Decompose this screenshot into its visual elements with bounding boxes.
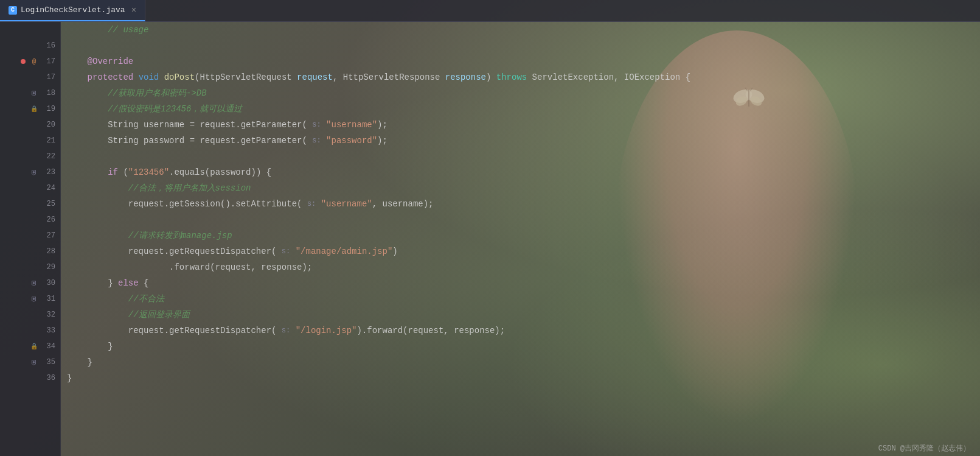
line-num-35: 35	[41, 358, 55, 367]
code-fn-dopost: doPost	[164, 72, 195, 82]
line-num-32: 32	[41, 310, 55, 319]
gutter-line-17b: 17	[0, 69, 60, 85]
line-num-23: 23	[41, 168, 55, 177]
line-num-22: 22	[41, 152, 55, 161]
gutter-line-31: ⛨ 31	[0, 291, 60, 307]
line-num-17a: 17	[41, 57, 55, 66]
marker-lock-34: 🔒	[30, 342, 38, 351]
line-num-17b: 17	[41, 73, 55, 82]
code-line-17-override: @Override	[67, 54, 980, 69]
code-comment-24: //合法，将用户名加入session	[67, 183, 251, 194]
gutter-line-32: 32	[0, 307, 60, 323]
code-label-s-28: s:	[282, 247, 290, 256]
code-editor-content[interactable]: // usage @Override protected void doPost…	[61, 22, 980, 456]
gutter-line-29: 29	[0, 259, 60, 275]
marker-empty-16	[19, 41, 27, 50]
gutter-line-26: 26	[0, 212, 60, 228]
code-line-top: // usage	[67, 22, 980, 38]
line-num-19: 19	[41, 105, 55, 113]
line-num-25: 25	[41, 200, 55, 208]
code-line-26	[67, 212, 980, 228]
marker-shield-31: ⛨	[30, 295, 38, 303]
gutter-line-25: 25	[0, 196, 60, 212]
code-label-s-33: s:	[282, 326, 290, 335]
line-num-16: 16	[41, 41, 55, 50]
code-comment-31: //不合法	[67, 293, 164, 304]
code-str-password: "password"	[326, 136, 377, 146]
code-line-28: request.getRequestDispatcher( s: "/manag…	[67, 244, 980, 259]
code-comment-usage: // usage	[67, 25, 148, 35]
line-number-gutter: 16 @ 17 17 ⛨	[0, 22, 61, 456]
code-line-35: }	[67, 354, 980, 370]
line-num-24: 24	[41, 184, 55, 192]
gutter-line-top	[0, 22, 60, 38]
code-line-20: String username = request.getParameter( …	[67, 117, 980, 133]
code-kw-void: void	[139, 72, 159, 82]
line-num-21: 21	[41, 136, 55, 145]
code-line-33: request.getRequestDispatcher( s: "/login…	[67, 323, 980, 338]
code-str-123456: "123456"	[128, 167, 169, 177]
marker-shield-35: ⛨	[30, 358, 38, 367]
gutter-line-30: ⛨ 30	[0, 275, 60, 291]
line-num-18: 18	[41, 89, 55, 97]
editor: C LoginCheckServlet.java × 16	[0, 0, 980, 456]
code-param-request: request	[297, 72, 333, 82]
tab-filename: LoginCheckServlet.java	[21, 5, 125, 15]
gutter-line-34: 🔒 34	[0, 338, 60, 354]
code-override: @Override	[67, 57, 133, 66]
code-param-response: response	[445, 72, 486, 82]
marker-lock-19: 🔒	[30, 105, 38, 113]
code-line-36: }	[67, 370, 980, 386]
gutter-line-28: 28	[0, 244, 60, 259]
code-str-login: "/login.jsp"	[296, 326, 357, 335]
line-num-27: 27	[41, 231, 55, 240]
gutter-line-17a: @ 17	[0, 54, 60, 69]
code-line-32: //返回登录界面	[67, 307, 980, 323]
gutter-line-19: 🔒 19	[0, 101, 60, 117]
code-line-21: String password = request.getParameter( …	[67, 133, 980, 149]
code-line-17-method: protected void doPost (HttpServletReques…	[67, 69, 980, 85]
gutter-line-21: 21	[0, 133, 60, 149]
code-line-16	[67, 38, 980, 54]
code-line-24: //合法，将用户名加入session	[67, 180, 980, 196]
line-num-36: 36	[41, 374, 55, 382]
code-comment-32: //返回登录界面	[67, 309, 190, 320]
code-comment-18: //获取用户名和密码->DB	[67, 88, 207, 99]
marker-at-17: @	[30, 57, 38, 66]
tab-logincheckservlet[interactable]: C LoginCheckServlet.java ×	[0, 0, 145, 21]
code-label-s-20: s:	[312, 121, 321, 129]
java-file-icon: C	[9, 6, 17, 15]
code-line-23: if ( "123456" .equals(password)) {	[67, 164, 980, 180]
status-bar: CSDN @吉冈秀隆（赵志伟）	[869, 441, 980, 456]
gutter-line-24: 24	[0, 180, 60, 196]
line-num-20: 20	[41, 121, 55, 129]
code-area: 16 @ 17 17 ⛨	[0, 22, 980, 456]
credit-text: CSDN @吉冈秀隆（赵志伟）	[878, 444, 970, 453]
code-line-29: .forward(request, response);	[67, 259, 980, 275]
code-line-25: request.getSession().setAttribute( s: "u…	[67, 196, 980, 212]
code-indent-17	[67, 72, 88, 82]
marker-reddot-17	[19, 57, 27, 66]
marker-empty	[19, 26, 27, 34]
line-num-28: 28	[41, 247, 55, 256]
code-str-manage: "/manage/admin.jsp"	[296, 247, 393, 256]
code-line-27: //请求转发到manage.jsp	[67, 228, 980, 244]
line-num-29: 29	[41, 263, 55, 272]
code-line-18: //获取用户名和密码->DB	[67, 85, 980, 101]
line-num-34: 34	[41, 342, 55, 351]
gutter-line-23: ⛨ 23	[0, 164, 60, 180]
tab-close-button[interactable]: ×	[131, 5, 136, 15]
marker-empty2	[30, 26, 38, 34]
marker-empty-18	[19, 89, 27, 97]
line-num-26: 26	[41, 216, 55, 224]
code-label-s-25: s:	[307, 200, 316, 208]
code-kw-throws: throws	[496, 72, 527, 82]
gutter-line-16: 16	[0, 38, 60, 54]
code-blank-16	[67, 41, 72, 51]
code-label-s-21: s:	[312, 136, 321, 145]
gutter-line-33: 33	[0, 323, 60, 338]
code-kw-else: else	[118, 278, 139, 288]
code-comment-27: //请求转发到manage.jsp	[67, 230, 232, 241]
gutter-line-18: ⛨ 18	[0, 85, 60, 101]
code-kw-if: if	[108, 167, 118, 177]
